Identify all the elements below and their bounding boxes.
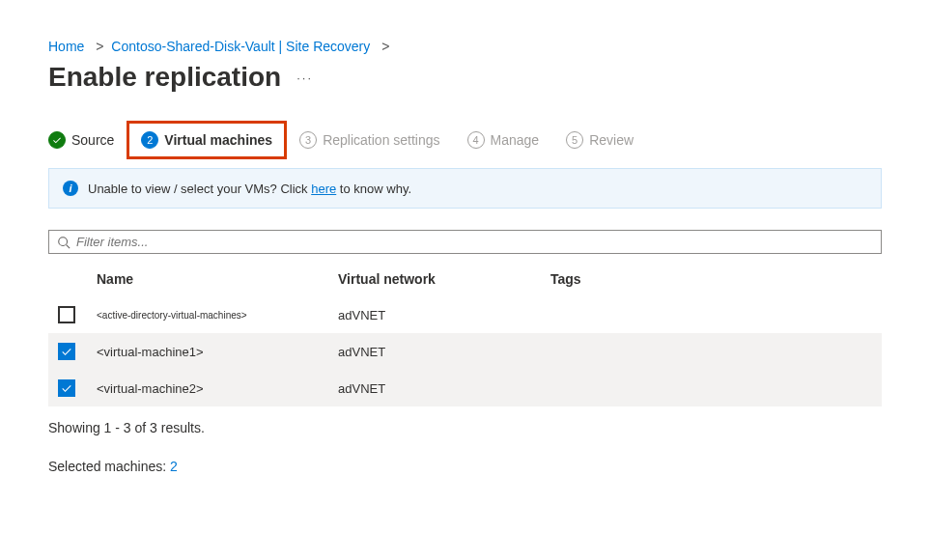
checkbox[interactable] xyxy=(58,343,75,360)
tab-label: Review xyxy=(589,132,634,148)
step-number-icon: 4 xyxy=(467,131,485,149)
checkbox[interactable] xyxy=(58,379,75,397)
tab-label: Virtual machines xyxy=(164,132,272,148)
vm-network: adVNET xyxy=(338,345,550,359)
chevron-right-icon: > xyxy=(96,39,103,54)
vm-network: adVNET xyxy=(338,381,550,396)
info-text: Unable to view / select your VMs? Click … xyxy=(88,182,411,196)
tab-replication-settings[interactable]: 3 Replication settings xyxy=(299,131,439,149)
selected-count: 2 xyxy=(170,459,178,474)
filter-input[interactable] xyxy=(76,235,873,249)
step-number-icon: 2 xyxy=(141,131,158,149)
vm-network: adVNET xyxy=(338,308,550,322)
tab-label: Manage xyxy=(491,132,540,148)
info-icon: i xyxy=(63,181,78,196)
selected-machines: Selected machines: 2 xyxy=(48,459,882,474)
tab-label: Replication settings xyxy=(323,132,439,148)
tab-review[interactable]: 5 Review xyxy=(566,131,634,149)
breadcrumb: Home > Contoso-Shared-Disk-Vault | Site … xyxy=(48,39,882,54)
page-title: Enable replication xyxy=(48,62,281,93)
check-icon: 1 xyxy=(48,131,66,149)
step-number-icon: 5 xyxy=(566,131,583,149)
breadcrumb-home[interactable]: Home xyxy=(48,39,84,54)
col-net: Virtual network xyxy=(338,271,550,287)
info-bar: i Unable to view / select your VMs? Clic… xyxy=(48,168,882,209)
chevron-right-icon: > xyxy=(381,39,389,54)
wizard-tabs: 1 Source 2 Virtual machines 3 Replicatio… xyxy=(48,131,882,149)
col-tags: Tags xyxy=(550,271,872,287)
col-name: Name xyxy=(97,271,338,287)
tab-source[interactable]: 1 Source xyxy=(48,131,114,149)
table-row[interactable]: <virtual-machine2>adVNET xyxy=(48,370,882,406)
more-actions-icon[interactable]: ··· xyxy=(296,70,313,85)
vm-name: <virtual-machine1> xyxy=(97,345,338,359)
info-link[interactable]: here xyxy=(311,182,336,196)
vm-name: <active-directory-virtual-machines> xyxy=(97,310,338,321)
step-number-icon: 3 xyxy=(299,131,317,149)
svg-line-1 xyxy=(67,244,70,248)
checkbox[interactable] xyxy=(58,306,75,323)
results-text: Showing 1 - 3 of 3 results. xyxy=(48,420,882,435)
table-header: Name Virtual network Tags xyxy=(48,264,882,296)
table-row[interactable]: <virtual-machine1>adVNET xyxy=(48,333,882,370)
tab-virtual-machines[interactable]: 2 Virtual machines xyxy=(127,121,287,159)
tab-manage[interactable]: 4 Manage xyxy=(467,131,540,149)
search-icon xyxy=(57,236,70,249)
vm-table: Name Virtual network Tags <active-direct… xyxy=(48,264,882,406)
filter-box[interactable] xyxy=(48,230,882,254)
vm-name: <virtual-machine2> xyxy=(97,381,338,396)
breadcrumb-vault[interactable]: Contoso-Shared-Disk-Vault | Site Recover… xyxy=(111,39,370,54)
table-row[interactable]: <active-directory-virtual-machines>adVNE… xyxy=(48,296,882,333)
tab-label: Source xyxy=(71,132,114,148)
svg-point-0 xyxy=(59,237,68,245)
